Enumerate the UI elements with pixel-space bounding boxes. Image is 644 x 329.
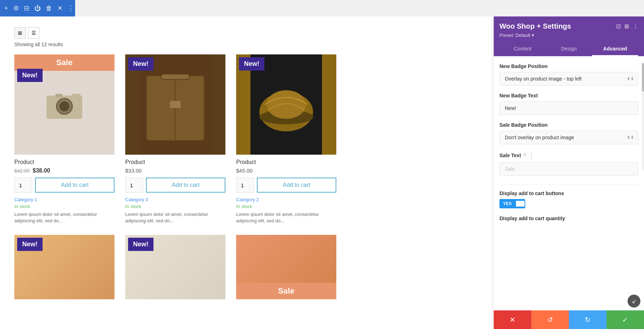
product-name-1: Product [14, 159, 114, 165]
svg-rect-9 [170, 101, 181, 108]
panel-preset[interactable]: Preset: Default ▾ [499, 33, 638, 38]
panel-body: New Badge Position Overlay on product im… [494, 56, 644, 322]
sale-badge-position-select[interactable]: Don't overlay on product image Overlay o… [499, 131, 638, 144]
close-icon[interactable]: ✕ [57, 4, 63, 12]
quantity-input-3[interactable] [236, 178, 254, 193]
product-image-wrap-4: New! [14, 235, 114, 299]
sale-badge-position-label: Sale Badge Position [499, 122, 638, 128]
menu-icon[interactable]: ⋮ [633, 23, 638, 30]
products-grid: Sale New! Product $42.00 $38.00 Add to c… [14, 54, 487, 224]
toggle-thumb [515, 200, 525, 207]
product-category-3: Category 2 [236, 197, 336, 202]
new-badge-position-wrapper: Overlay on product image - top left Over… [499, 72, 638, 86]
svg-rect-8 [161, 74, 190, 79]
product-price-1: $42.00 $38.00 [14, 168, 114, 174]
product-name-2: Product [125, 159, 225, 165]
add-to-cart-row-3: Add to cart [236, 178, 336, 193]
toggle-yes-no[interactable]: YES [499, 199, 525, 208]
sale-text-input[interactable] [499, 162, 638, 176]
product-desc-3: Lorem ipsum dolor sit amet, consectetur … [236, 211, 336, 224]
product-stock-1: In stock [14, 204, 114, 209]
settings-panel: Woo Shop + Settings ⊡ ⊞ ⋮ Preset: Defaul… [494, 16, 644, 329]
toggle-row-add-to-cart: YES [499, 199, 638, 208]
confirm-icon: ✓ [622, 315, 628, 324]
power-icon[interactable]: ⏻ [34, 5, 41, 12]
confirm-button[interactable]: ✓ [606, 310, 644, 329]
showing-results: Showing all 12 results [14, 42, 487, 47]
scrollbar-thumb[interactable] [642, 63, 644, 92]
table-row: New! [14, 235, 114, 304]
new-badge-position-label: New Badge Position [499, 63, 638, 69]
product-stock-3: In stock [236, 204, 336, 209]
table-row: New! Product $45.00 Add to cart Category… [236, 54, 336, 224]
main-content: ⊞ ☰ Showing all 12 results [0, 16, 644, 329]
undo-button[interactable]: ↺ [531, 310, 569, 329]
quantity-input-1[interactable] [14, 178, 32, 193]
tab-content[interactable]: Content [499, 42, 546, 56]
tab-design[interactable]: Design [546, 42, 592, 56]
sale-banner-bottom-1: Sale [236, 283, 336, 299]
sale-text-label: Sale Text [499, 153, 521, 158]
redo-button[interactable]: ↻ [569, 310, 606, 329]
list-view-button[interactable]: ☰ [28, 27, 39, 39]
product-desc-1: Lorem ipsum dolor sit amet, consectetur … [14, 211, 114, 224]
product-image-wrap-3: New! [236, 54, 336, 155]
add-to-cart-button-1[interactable]: Add to cart [35, 178, 114, 193]
add-icon[interactable]: + [4, 5, 8, 12]
panel-title: Woo Shop + Settings [499, 22, 571, 30]
panel-title-row: Woo Shop + Settings ⊡ ⊞ ⋮ [499, 22, 638, 30]
product-image-wrap: Sale New! [14, 54, 114, 155]
quantity-input-2[interactable] [125, 178, 143, 193]
layout-icon[interactable]: ⊟ [24, 4, 29, 12]
product-desc-2: Lorem ipsum dolor sit amet, consectetur … [125, 211, 225, 224]
help-icon[interactable]: ? [523, 153, 526, 158]
price-regular-3: $45.00 [236, 168, 253, 174]
add-to-cart-row-1: Add to cart [14, 178, 114, 193]
display-add-to-cart-quantity-label: Display add to cart quantity [499, 216, 638, 221]
tab-advanced[interactable]: Advanced [592, 42, 638, 56]
product-image-wrap-6: Sale [236, 235, 336, 299]
sale-badge-position-wrapper: Don't overlay on product image Overlay o… [499, 131, 638, 144]
more-icon[interactable]: ⋮ [68, 4, 74, 12]
new-badge-1: New! [17, 69, 43, 82]
product-category-1: Category 1 [14, 197, 114, 202]
expand-icon[interactable]: ⊡ [616, 23, 621, 30]
product-category-2: Category 3 [125, 197, 225, 202]
panel-tabs: Content Design Advanced [499, 42, 638, 56]
new-badge-3: New! [239, 57, 264, 71]
products-grid-bottom: New! New! Sale [14, 235, 487, 304]
undo-icon: ↺ [547, 315, 553, 324]
add-to-cart-button-3[interactable]: Add to cart [257, 178, 336, 193]
top-toolbar: + ⚙ ⊟ ⏻ 🗑 ✕ ⋮ [0, 0, 75, 16]
product-price-2: $33.00 [125, 168, 225, 174]
price-new-1: $38.00 [33, 168, 50, 174]
table-row: Sale New! Product $42.00 $38.00 Add to c… [14, 54, 114, 224]
new-badge-text-input[interactable] [499, 101, 638, 115]
display-add-to-cart-label: Display add to cart buttons [499, 190, 638, 196]
svg-point-13 [267, 90, 306, 119]
new-badge-position-select[interactable]: Overlay on product image - top left Over… [499, 72, 638, 86]
table-row: New! Product $33.00 Add to cart Category… [125, 54, 225, 224]
new-badge-text-label: New Badge Text [499, 93, 638, 98]
grid-view-button[interactable]: ⊞ [14, 27, 26, 39]
float-action-button[interactable]: ↙ [628, 295, 640, 308]
trash-icon[interactable]: 🗑 [46, 5, 52, 12]
price-regular-2: $33.00 [125, 168, 142, 174]
settings-icon[interactable]: ⚙ [13, 4, 19, 12]
more-options-icon[interactable]: ⋮ [528, 151, 535, 159]
columns-icon[interactable]: ⊞ [624, 23, 629, 30]
new-badge-4: New! [17, 238, 43, 251]
toggle-yes-label: YES [499, 199, 515, 208]
arrow-icon: ↙ [632, 298, 636, 305]
cancel-button[interactable]: ✕ [494, 310, 531, 329]
product-price-3: $45.00 [236, 168, 336, 174]
svg-rect-4 [72, 94, 80, 97]
cancel-icon: ✕ [509, 315, 516, 324]
table-row: Sale [236, 235, 336, 304]
redo-icon: ↻ [585, 315, 591, 324]
svg-rect-3 [55, 94, 63, 97]
add-to-cart-button-2[interactable]: Add to cart [146, 178, 225, 193]
panel-title-icons: ⊡ ⊞ ⋮ [616, 23, 638, 30]
svg-point-2 [59, 101, 69, 111]
new-badge-5: New! [128, 238, 153, 251]
